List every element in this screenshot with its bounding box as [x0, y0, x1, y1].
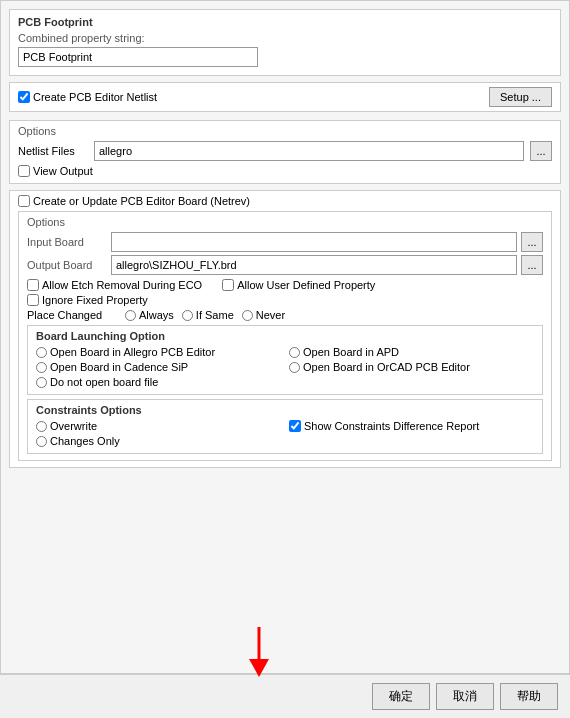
do-not-open-radio[interactable]	[36, 377, 47, 388]
options-title-1: Options	[18, 125, 552, 137]
output-board-browse[interactable]: ...	[521, 255, 543, 275]
launching-grid: Open Board in Allegro PCB Editor Open Bo…	[36, 346, 534, 388]
combined-property-row	[18, 47, 552, 67]
always-radio[interactable]	[125, 310, 136, 321]
combined-property-label: Combined property string:	[18, 32, 552, 44]
create-update-checkbox-label[interactable]: Create or Update PCB Editor Board (Netre…	[18, 195, 552, 207]
open-orcad-radio[interactable]	[289, 362, 300, 373]
board-launching-section: Board Launching Option Open Board in All…	[27, 325, 543, 395]
if-same-radio[interactable]	[182, 310, 193, 321]
netlist-browse-button[interactable]: ...	[530, 141, 552, 161]
constraints-section: Constraints Options Overwrite Show Const…	[27, 399, 543, 454]
output-board-input[interactable]	[111, 255, 517, 275]
ok-button[interactable]: 确定	[372, 683, 430, 710]
output-board-label: Output Board	[27, 259, 107, 271]
pcb-footprint-section: PCB Footprint Combined property string:	[9, 9, 561, 76]
input-board-label: Input Board	[27, 236, 107, 248]
pcb-footprint-title: PCB Footprint	[18, 16, 552, 28]
show-diff-label[interactable]: Show Constraints Difference Report	[289, 420, 534, 432]
never-radio[interactable]	[242, 310, 253, 321]
input-board-input[interactable]	[111, 232, 517, 252]
overwrite-label[interactable]: Overwrite	[36, 420, 281, 432]
place-changed-row: Place Changed Always If Same Never	[27, 309, 543, 321]
netlist-row: Netlist Files ...	[18, 141, 552, 161]
changes-only-radio[interactable]	[36, 436, 47, 447]
create-update-checkbox[interactable]	[18, 195, 30, 207]
do-not-open-label[interactable]: Do not open board file	[36, 376, 281, 388]
view-output-checkbox[interactable]	[18, 165, 30, 177]
board-launching-title: Board Launching Option	[36, 330, 534, 342]
constraints-grid: Overwrite Show Constraints Difference Re…	[36, 420, 534, 447]
update-section: Create or Update PCB Editor Board (Netre…	[9, 190, 561, 468]
netlist-input[interactable]	[94, 141, 524, 161]
allow-etch-checkbox[interactable]	[27, 279, 39, 291]
place-changed-label: Place Changed	[27, 309, 117, 321]
red-arrow-svg	[239, 627, 279, 677]
allow-user-defined-checkbox[interactable]	[222, 279, 234, 291]
constraints-title: Constraints Options	[36, 404, 534, 416]
input-board-browse[interactable]: ...	[521, 232, 543, 252]
open-allegro-radio[interactable]	[36, 347, 47, 358]
open-apd-label[interactable]: Open Board in APD	[289, 346, 534, 358]
ignore-fixed-label[interactable]: Ignore Fixed Property	[27, 294, 543, 306]
create-pcb-checkbox[interactable]	[18, 91, 30, 103]
help-button[interactable]: 帮助	[500, 683, 558, 710]
etch-row: Allow Etch Removal During ECO Allow User…	[27, 279, 543, 291]
netlist-label: Netlist Files	[18, 145, 88, 157]
if-same-radio-label[interactable]: If Same	[182, 309, 234, 321]
ignore-fixed-checkbox[interactable]	[27, 294, 39, 306]
options-section-2: Options Input Board ... Output Board ...	[18, 211, 552, 461]
open-cadence-label[interactable]: Open Board in Cadence SiP	[36, 361, 281, 373]
bottom-bar: 确定 取消 帮助	[0, 674, 570, 718]
svg-marker-1	[249, 659, 269, 677]
never-radio-label[interactable]: Never	[242, 309, 285, 321]
open-cadence-radio[interactable]	[36, 362, 47, 373]
options-section-1: Options Netlist Files ... View Output	[9, 120, 561, 184]
arrow-indicator	[239, 627, 279, 680]
create-pcb-row: Create PCB Editor Netlist Setup ...	[9, 82, 561, 112]
setup-button[interactable]: Setup ...	[489, 87, 552, 107]
open-apd-radio[interactable]	[289, 347, 300, 358]
open-allegro-label[interactable]: Open Board in Allegro PCB Editor	[36, 346, 281, 358]
show-diff-checkbox[interactable]	[289, 420, 301, 432]
board-grid: Input Board ... Output Board ...	[27, 232, 543, 275]
combined-property-input[interactable]	[18, 47, 258, 67]
allow-etch-label[interactable]: Allow Etch Removal During ECO	[27, 279, 202, 291]
create-pcb-checkbox-label[interactable]: Create PCB Editor Netlist	[18, 91, 157, 103]
options-title-2: Options	[27, 216, 543, 228]
cancel-button[interactable]: 取消	[436, 683, 494, 710]
always-radio-label[interactable]: Always	[125, 309, 174, 321]
view-output-label[interactable]: View Output	[18, 165, 552, 177]
allow-user-defined-label[interactable]: Allow User Defined Property	[222, 279, 375, 291]
open-orcad-label[interactable]: Open Board in OrCAD PCB Editor	[289, 361, 534, 373]
changes-only-label[interactable]: Changes Only	[36, 435, 281, 447]
overwrite-radio[interactable]	[36, 421, 47, 432]
